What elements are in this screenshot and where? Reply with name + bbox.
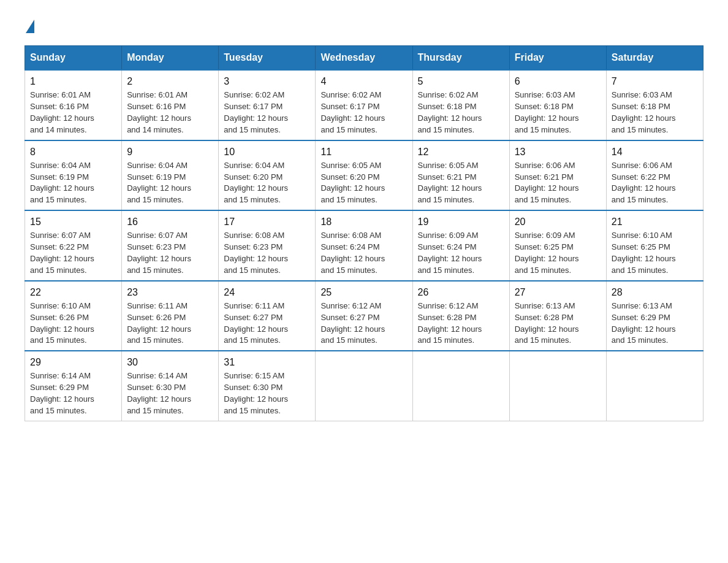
day-number: 26 (418, 285, 504, 299)
day-number: 18 (320, 215, 407, 229)
day-number: 17 (224, 215, 310, 229)
day-info: Sunrise: 6:01 AMSunset: 6:16 PMDaylight:… (30, 90, 94, 134)
day-info: Sunrise: 6:14 AMSunset: 6:30 PMDaylight:… (127, 371, 191, 415)
day-number: 3 (224, 74, 310, 88)
day-info: Sunrise: 6:13 AMSunset: 6:29 PMDaylight:… (612, 301, 676, 345)
day-info: Sunrise: 6:10 AMSunset: 6:26 PMDaylight:… (30, 301, 94, 345)
day-info: Sunrise: 6:12 AMSunset: 6:28 PMDaylight:… (418, 301, 482, 345)
day-info: Sunrise: 6:08 AMSunset: 6:23 PMDaylight:… (224, 231, 288, 275)
calendar-cell: 14Sunrise: 6:06 AMSunset: 6:22 PMDayligh… (606, 140, 703, 211)
day-number: 21 (612, 215, 698, 229)
day-number: 20 (515, 215, 601, 229)
weekday-header-sunday: Sunday (25, 46, 122, 71)
calendar-cell: 19Sunrise: 6:09 AMSunset: 6:24 PMDayligh… (412, 210, 509, 281)
day-info: Sunrise: 6:13 AMSunset: 6:28 PMDaylight:… (515, 301, 579, 345)
weekday-header-thursday: Thursday (412, 46, 509, 71)
calendar-cell: 25Sunrise: 6:12 AMSunset: 6:27 PMDayligh… (316, 281, 412, 351)
calendar-cell: 30Sunrise: 6:14 AMSunset: 6:30 PMDayligh… (122, 351, 219, 421)
calendar-cell: 8Sunrise: 6:04 AMSunset: 6:19 PMDaylight… (25, 140, 122, 211)
day-number: 28 (612, 285, 698, 299)
weekday-header-saturday: Saturday (606, 46, 703, 71)
day-info: Sunrise: 6:14 AMSunset: 6:29 PMDaylight:… (30, 371, 94, 415)
day-info: Sunrise: 6:03 AMSunset: 6:18 PMDaylight:… (515, 90, 579, 134)
calendar-cell: 31Sunrise: 6:15 AMSunset: 6:30 PMDayligh… (219, 351, 316, 421)
day-number: 13 (515, 145, 601, 159)
calendar-cell: 21Sunrise: 6:10 AMSunset: 6:25 PMDayligh… (606, 210, 703, 281)
logo-triangle-icon (26, 20, 34, 33)
calendar-cell: 26Sunrise: 6:12 AMSunset: 6:28 PMDayligh… (412, 281, 509, 351)
calendar-cell: 4Sunrise: 6:02 AMSunset: 6:17 PMDaylight… (316, 70, 412, 140)
day-info: Sunrise: 6:04 AMSunset: 6:20 PMDaylight:… (224, 161, 288, 205)
day-number: 25 (320, 285, 407, 299)
calendar-week-row: 8Sunrise: 6:04 AMSunset: 6:19 PMDaylight… (25, 140, 703, 211)
calendar-cell: 5Sunrise: 6:02 AMSunset: 6:18 PMDaylight… (412, 70, 509, 140)
calendar-body: 1Sunrise: 6:01 AMSunset: 6:16 PMDaylight… (25, 70, 703, 421)
page-header (25, 18, 703, 31)
day-info: Sunrise: 6:05 AMSunset: 6:21 PMDaylight:… (418, 161, 482, 205)
weekday-row: SundayMondayTuesdayWednesdayThursdayFrid… (25, 46, 703, 71)
day-number: 11 (320, 145, 407, 159)
day-number: 15 (30, 215, 116, 229)
calendar-cell: 11Sunrise: 6:05 AMSunset: 6:20 PMDayligh… (316, 140, 412, 211)
calendar-cell (316, 351, 412, 421)
day-info: Sunrise: 6:06 AMSunset: 6:21 PMDaylight:… (515, 161, 579, 205)
day-number: 2 (127, 74, 213, 88)
calendar-cell: 24Sunrise: 6:11 AMSunset: 6:27 PMDayligh… (219, 281, 316, 351)
day-number: 8 (30, 145, 116, 159)
calendar-week-row: 29Sunrise: 6:14 AMSunset: 6:29 PMDayligh… (25, 351, 703, 421)
calendar-header: SundayMondayTuesdayWednesdayThursdayFrid… (25, 46, 703, 71)
day-info: Sunrise: 6:09 AMSunset: 6:24 PMDaylight:… (418, 231, 482, 275)
day-info: Sunrise: 6:02 AMSunset: 6:17 PMDaylight:… (224, 90, 288, 134)
weekday-header-monday: Monday (122, 46, 219, 71)
day-number: 10 (224, 145, 310, 159)
calendar-cell: 28Sunrise: 6:13 AMSunset: 6:29 PMDayligh… (606, 281, 703, 351)
day-info: Sunrise: 6:04 AMSunset: 6:19 PMDaylight:… (127, 161, 191, 205)
day-number: 7 (612, 74, 698, 88)
day-info: Sunrise: 6:01 AMSunset: 6:16 PMDaylight:… (127, 90, 191, 134)
day-number: 23 (127, 285, 213, 299)
day-info: Sunrise: 6:02 AMSunset: 6:18 PMDaylight:… (418, 90, 482, 134)
day-number: 31 (224, 355, 310, 369)
weekday-header-tuesday: Tuesday (219, 46, 316, 71)
day-number: 30 (127, 355, 213, 369)
day-info: Sunrise: 6:11 AMSunset: 6:27 PMDaylight:… (224, 301, 288, 345)
day-info: Sunrise: 6:15 AMSunset: 6:30 PMDaylight:… (224, 371, 288, 415)
calendar-cell (606, 351, 703, 421)
weekday-header-friday: Friday (509, 46, 606, 71)
day-info: Sunrise: 6:11 AMSunset: 6:26 PMDaylight:… (127, 301, 191, 345)
calendar-week-row: 15Sunrise: 6:07 AMSunset: 6:22 PMDayligh… (25, 210, 703, 281)
calendar-cell: 3Sunrise: 6:02 AMSunset: 6:17 PMDaylight… (219, 70, 316, 140)
calendar-cell: 20Sunrise: 6:09 AMSunset: 6:25 PMDayligh… (509, 210, 606, 281)
calendar-cell: 27Sunrise: 6:13 AMSunset: 6:28 PMDayligh… (509, 281, 606, 351)
day-info: Sunrise: 6:12 AMSunset: 6:27 PMDaylight:… (320, 301, 385, 345)
calendar-cell: 9Sunrise: 6:04 AMSunset: 6:19 PMDaylight… (122, 140, 219, 211)
calendar-cell: 22Sunrise: 6:10 AMSunset: 6:26 PMDayligh… (25, 281, 122, 351)
day-number: 16 (127, 215, 213, 229)
calendar-cell: 10Sunrise: 6:04 AMSunset: 6:20 PMDayligh… (219, 140, 316, 211)
day-info: Sunrise: 6:08 AMSunset: 6:24 PMDaylight:… (320, 231, 385, 275)
day-number: 9 (127, 145, 213, 159)
day-number: 5 (418, 74, 504, 88)
day-number: 19 (418, 215, 504, 229)
day-info: Sunrise: 6:03 AMSunset: 6:18 PMDaylight:… (612, 90, 676, 134)
day-info: Sunrise: 6:09 AMSunset: 6:25 PMDaylight:… (515, 231, 579, 275)
calendar-cell: 17Sunrise: 6:08 AMSunset: 6:23 PMDayligh… (219, 210, 316, 281)
day-info: Sunrise: 6:07 AMSunset: 6:23 PMDaylight:… (127, 231, 191, 275)
day-number: 27 (515, 285, 601, 299)
day-number: 22 (30, 285, 116, 299)
day-info: Sunrise: 6:02 AMSunset: 6:17 PMDaylight:… (320, 90, 385, 134)
day-number: 1 (30, 74, 116, 88)
calendar-cell: 6Sunrise: 6:03 AMSunset: 6:18 PMDaylight… (509, 70, 606, 140)
calendar-cell (412, 351, 509, 421)
calendar-table: SundayMondayTuesdayWednesdayThursdayFrid… (25, 45, 703, 421)
calendar-cell (509, 351, 606, 421)
calendar-week-row: 22Sunrise: 6:10 AMSunset: 6:26 PMDayligh… (25, 281, 703, 351)
calendar-cell: 7Sunrise: 6:03 AMSunset: 6:18 PMDaylight… (606, 70, 703, 140)
calendar-cell: 12Sunrise: 6:05 AMSunset: 6:21 PMDayligh… (412, 140, 509, 211)
logo (25, 18, 34, 31)
day-info: Sunrise: 6:06 AMSunset: 6:22 PMDaylight:… (612, 161, 676, 205)
calendar-cell: 16Sunrise: 6:07 AMSunset: 6:23 PMDayligh… (122, 210, 219, 281)
day-number: 12 (418, 145, 504, 159)
calendar-cell: 13Sunrise: 6:06 AMSunset: 6:21 PMDayligh… (509, 140, 606, 211)
calendar-cell: 29Sunrise: 6:14 AMSunset: 6:29 PMDayligh… (25, 351, 122, 421)
